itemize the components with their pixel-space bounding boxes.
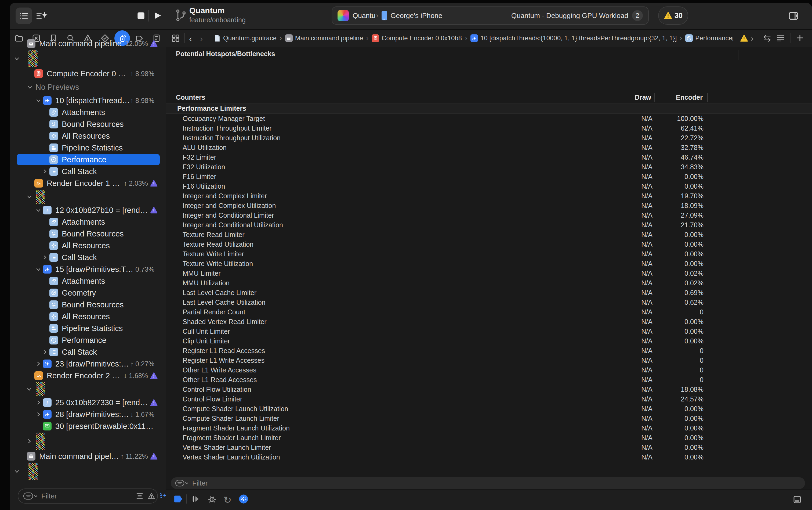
preview-thumbnail-row[interactable]: [10, 381, 166, 397]
counter-row[interactable]: F32 UtilizationN/A34.83%: [166, 162, 812, 172]
counter-row[interactable]: Fragment Shader Launch UtilizationN/A0.0…: [166, 423, 812, 433]
tree-item-bound-resources[interactable]: Bound Resources: [10, 228, 166, 240]
preview-thumbnail-row[interactable]: [10, 50, 166, 68]
chevron-down-icon[interactable]: [25, 194, 34, 199]
tree-item-attachments[interactable]: Attachments: [10, 106, 166, 118]
tree-item-attachments[interactable]: Attachments: [10, 275, 166, 287]
counter-row[interactable]: Fragment Shader Launch LimiterN/A0.00%: [166, 433, 812, 443]
tree-item-23-drawprimitives-po-[interactable]: 23 [drawPrimitives:Po…↑ 0.27%: [10, 358, 166, 370]
warning-filter-icon[interactable]: [147, 492, 155, 500]
render-target-thumbnail[interactable]: [28, 50, 38, 67]
stop-button[interactable]: [136, 11, 146, 21]
counter-row[interactable]: Cull Unit LimiterN/A0.00%: [166, 327, 812, 336]
counter-row[interactable]: Texture Read UtilizationN/A0.00%: [166, 239, 812, 249]
ai-assistant-icon[interactable]: [35, 10, 48, 22]
issue-warning-icon[interactable]: [740, 34, 748, 42]
add-tab-icon[interactable]: [795, 33, 805, 42]
tree-item-12-0x10b827b10-render-[interactable]: f12 0x10b827b10 = [render…: [10, 204, 166, 216]
counter-row[interactable]: Integer and Conditional LimiterN/A27.09%: [166, 210, 812, 220]
counter-row[interactable]: Last Level Cache UtilizationN/A0.62%: [166, 298, 812, 307]
navigator-list-button[interactable]: [16, 7, 32, 24]
back-icon[interactable]: ‹: [189, 33, 192, 44]
performance-gauge-toggle-icon[interactable]: [238, 494, 249, 504]
tree-item-30-presentdrawable-0x11060a-[interactable]: 30 [presentDrawable:0x11060a…: [10, 420, 166, 432]
status-badge[interactable]: 2: [632, 10, 643, 21]
breadcrumb-item[interactable]: Quantum.gputrace: [214, 34, 277, 42]
tree-item-pipeline-statistics[interactable]: Pipeline Statistics: [10, 322, 166, 334]
tree-item-main-command-pipeline[interactable]: Main command pipeline12.05%: [10, 38, 166, 50]
counter-row[interactable]: Texture Write UtilizationN/A0.00%: [166, 259, 812, 268]
counter-row[interactable]: MMU UtilizationN/A0.02%: [166, 278, 812, 288]
counter-row[interactable]: Instruction Throughput UtilizationN/A22.…: [166, 133, 812, 143]
counter-row[interactable]: MMU LimiterN/A0.02%: [166, 268, 812, 278]
scheme-name[interactable]: Quantu: [353, 11, 375, 20]
chevron-right-icon[interactable]: [25, 438, 34, 444]
prev-issue-icon[interactable]: ‹: [731, 34, 733, 43]
counter-row[interactable]: Integer and Complex LimiterN/A19.70%: [166, 191, 812, 201]
tree-item-attachments[interactable]: Attachments: [10, 216, 166, 228]
breadcrumb-item[interactable]: 10 [dispatchThreads:{10000, 1, 1} thread…: [471, 34, 676, 42]
warning-count-pill[interactable]: 30: [658, 6, 688, 25]
tree-item-10-dispatchthreads-[interactable]: 10 [dispatchThreads:{…↑ 8.98%: [10, 94, 166, 106]
chevron-right-icon[interactable]: [40, 255, 50, 260]
scheme-device-status-pill[interactable]: Quantu › George's iPhone Quantum - Debug…: [332, 6, 649, 25]
filter-menu-icon[interactable]: [175, 480, 188, 487]
debug-shader-icon[interactable]: [207, 494, 217, 504]
chevron-right-icon[interactable]: [40, 169, 50, 174]
breadcrumb-item[interactable]: Performance: [685, 34, 732, 42]
sidebar-filter-input[interactable]: [41, 492, 132, 501]
chevron-right-icon[interactable]: [34, 412, 43, 417]
tree-item-pipeline-statistics[interactable]: Pipeline Statistics: [10, 142, 166, 154]
preview-thumbnail-row[interactable]: [10, 432, 166, 450]
counter-row[interactable]: Last Level Cache LimiterN/A0.69%: [166, 288, 812, 298]
tree-item-25-0x10b827330-render-[interactable]: f25 0x10b827330 = [render…: [10, 397, 166, 408]
counter-row[interactable]: Texture Write LimiterN/A0.00%: [166, 249, 812, 259]
forward-icon[interactable]: ›: [200, 33, 203, 44]
counter-row[interactable]: Compute Shader Launch LimiterN/A0.00%: [166, 414, 812, 423]
breadcrumb-item[interactable]: Compute Encoder 0 0x10b8: [372, 34, 462, 42]
counters-filter-field[interactable]: [171, 477, 805, 489]
tree-item-all-resources[interactable]: All Resources: [10, 240, 166, 252]
chevron-down-icon[interactable]: [12, 469, 22, 474]
bottom-panel-toggle-icon[interactable]: [793, 495, 802, 504]
counter-row[interactable]: Integer and Conditional UtilizationN/A21…: [166, 220, 812, 230]
counter-scope-icon[interactable]: [173, 494, 183, 504]
tree-item-bound-resources[interactable]: Bound Resources: [10, 118, 166, 130]
chevron-down-icon[interactable]: [34, 98, 43, 103]
counters-group-row[interactable]: Performance Limiters: [166, 104, 812, 114]
counter-row[interactable]: F16 LimiterN/A0.00%: [166, 172, 812, 181]
chevron-down-icon[interactable]: [34, 207, 43, 213]
swap-view-icon[interactable]: [762, 34, 772, 43]
tree-item-main-command-pipeline[interactable]: Main command pipeline↑ 11.22%: [10, 450, 166, 462]
navigator-tab-folder-icon[interactable]: [11, 30, 27, 46]
chevron-down-icon[interactable]: [25, 84, 34, 90]
sidebar-main-divider[interactable]: [166, 30, 166, 510]
counter-row[interactable]: Control Flow UtilizationN/A18.08%: [166, 385, 812, 394]
counters-filter-input[interactable]: [192, 479, 801, 488]
counter-row[interactable]: Integer and Complex UtilizationN/A18.09%: [166, 201, 812, 210]
tree-item-render-encoder-2-0x1-[interactable]: Render Encoder 2 0x1…↓ 1.68%: [10, 370, 166, 381]
flatten-list-icon[interactable]: [136, 492, 144, 500]
tree-item-render-encoder-1-0x1-[interactable]: Render Encoder 1 0x1…↑ 2.03%: [10, 177, 166, 189]
counter-row[interactable]: Occupancy Manager TargetN/A100.00%: [166, 114, 812, 123]
line-list-icon[interactable]: [776, 34, 785, 43]
tree-item-all-resources[interactable]: All Resources: [10, 311, 166, 322]
chevron-down-icon[interactable]: [34, 266, 43, 272]
chevron-right-icon[interactable]: [34, 400, 43, 405]
refresh-icon[interactable]: ↻: [223, 494, 232, 506]
counter-row[interactable]: Vertex Shader Launch LimiterN/A0.00%: [166, 443, 812, 452]
tree-item-all-resources[interactable]: All Resources: [10, 130, 166, 142]
preview-thumbnail-row[interactable]: [10, 189, 166, 204]
tree-item-call-stack[interactable]: Call Stack: [10, 252, 166, 263]
tree-item-call-stack[interactable]: Call Stack: [10, 346, 166, 358]
step-forward-icon[interactable]: [191, 494, 200, 504]
tree-item-28-drawprimitives-tri-[interactable]: 28 [drawPrimitives:Tri…↓ 1.67%: [10, 408, 166, 420]
render-target-thumbnail[interactable]: [28, 463, 38, 480]
counter-row[interactable]: Texture Read LimiterN/A0.00%: [166, 230, 812, 239]
counter-row[interactable]: Other L1 Read AccessesN/A0: [166, 375, 812, 385]
view-mode-grid-icon[interactable]: [171, 34, 180, 42]
counter-row[interactable]: Vertex Shader Launch UtilizationN/A0.00%: [166, 452, 812, 462]
render-target-thumbnail[interactable]: [36, 382, 45, 396]
no-previews-row[interactable]: No Previews: [10, 80, 166, 94]
counter-row[interactable]: Compute Shader Launch UtilizationN/A0.00…: [166, 404, 812, 414]
